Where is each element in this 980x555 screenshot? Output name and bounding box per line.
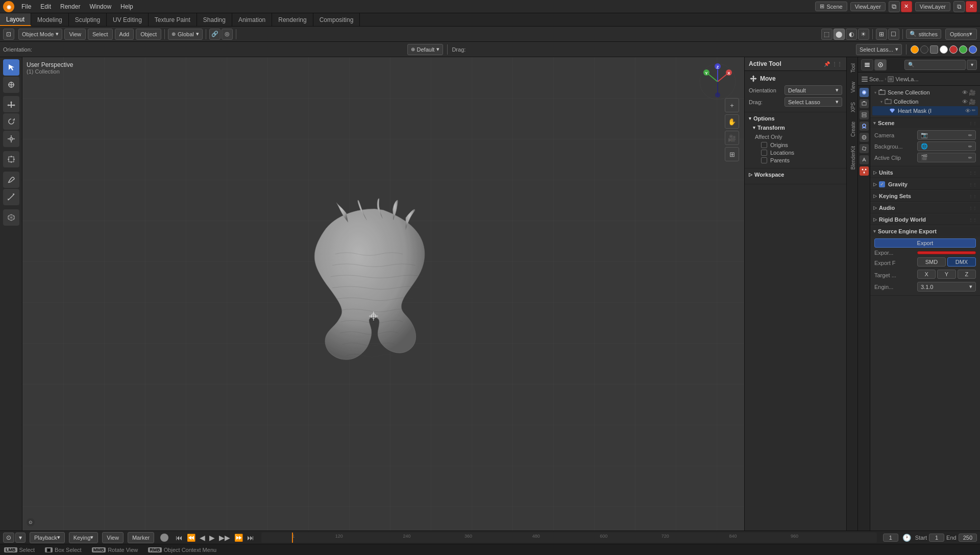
- theme-color-blue[interactable]: [969, 45, 977, 54]
- tab-layout[interactable]: Layout: [0, 13, 31, 26]
- copy-button[interactable]: ⧉: [889, 1, 900, 12]
- breadcrumb-viewlayer[interactable]: ViewLa...: [895, 76, 918, 82]
- app-logo[interactable]: ◉: [3, 1, 14, 12]
- panel-pin-icon[interactable]: 📌: [824, 61, 830, 67]
- orientation-select[interactable]: ⊕ Global ▾: [168, 29, 203, 40]
- add-btn[interactable]: Add: [115, 29, 134, 40]
- timeline-mode-btn[interactable]: ⊙: [3, 533, 14, 543]
- active-tool-header[interactable]: Active Tool 📌 ⋮⋮: [745, 57, 846, 71]
- output-props-icon[interactable]: [860, 99, 869, 108]
- smd-btn[interactable]: SMD: [917, 257, 946, 267]
- z-btn[interactable]: Z: [958, 270, 976, 279]
- collection-arrow[interactable]: ▾: [880, 100, 883, 104]
- tab-uv-editing[interactable]: UV Editing: [107, 13, 149, 26]
- measure-tool-btn[interactable]: [3, 189, 19, 205]
- view-layer-props-icon[interactable]: [860, 110, 869, 119]
- scene-section-header[interactable]: ▾ Scene ⋮⋮: [870, 118, 980, 128]
- y-btn[interactable]: Y: [937, 270, 955, 279]
- close-button[interactable]: ✕: [901, 1, 912, 12]
- eye-icon-heart[interactable]: 👁: [965, 108, 971, 114]
- object-props-icon[interactable]: [860, 144, 869, 153]
- theme-color-black[interactable]: [920, 45, 928, 54]
- tab-rendering[interactable]: Rendering: [272, 13, 313, 26]
- source-engine-header[interactable]: ▾ Source Engine Export: [870, 226, 980, 236]
- theme-color-orange[interactable]: [911, 45, 919, 54]
- rotate-tool-btn[interactable]: [3, 113, 19, 130]
- mode-select[interactable]: Object Mode ▾: [18, 29, 62, 40]
- viewport-gizmo[interactable]: Z X Y: [697, 61, 738, 104]
- end-frame-input[interactable]: 250: [959, 534, 977, 542]
- eye-icon-scene[interactable]: 👁: [962, 89, 968, 96]
- transform-section-title[interactable]: ▾ Transform: [749, 125, 842, 131]
- gravity-checkbox[interactable]: ✓: [879, 181, 885, 187]
- tab-shading[interactable]: Shading: [197, 13, 232, 26]
- cursor-tool-btn[interactable]: [3, 77, 19, 93]
- workspace-section-title[interactable]: ▷ Workspace: [749, 172, 842, 178]
- engine-value[interactable]: 3.1.0 ▾: [917, 282, 976, 292]
- options-btn[interactable]: Options ▾: [945, 29, 977, 40]
- playback-menu[interactable]: Playback ▾: [30, 532, 65, 543]
- prev-frame-btn[interactable]: ◀: [199, 534, 206, 542]
- tab-animation[interactable]: Animation: [232, 13, 272, 26]
- modifier-props-icon[interactable]: [860, 155, 869, 164]
- marker-menu[interactable]: Marker: [128, 532, 154, 543]
- move-tool-btn[interactable]: [3, 96, 19, 112]
- viewport-type-btn[interactable]: ⊡: [3, 29, 14, 40]
- camera-perspective-btn[interactable]: 🎥: [725, 131, 739, 145]
- search-bar[interactable]: 🔍 stitches: [906, 29, 941, 39]
- options-section-title[interactable]: ▾ Options: [749, 115, 842, 122]
- locations-checkbox[interactable]: [761, 150, 767, 156]
- right-filter-btn[interactable]: ▾: [967, 60, 977, 70]
- timeline-expand-btn[interactable]: ▾: [15, 533, 26, 543]
- object-btn[interactable]: Object: [136, 29, 161, 40]
- menu-edit[interactable]: Edit: [36, 2, 55, 11]
- vtab-view[interactable]: View: [848, 78, 857, 97]
- overlay-btn[interactable]: ⊞: [876, 29, 887, 40]
- background-value[interactable]: 🌐 ✏: [917, 141, 976, 151]
- right-copy-button[interactable]: ⧉: [953, 1, 965, 12]
- x-btn[interactable]: X: [917, 270, 936, 279]
- menu-window[interactable]: Window: [85, 2, 115, 11]
- select-btn[interactable]: Select: [88, 29, 113, 40]
- tab-texture-paint[interactable]: Texture Paint: [149, 13, 197, 26]
- play-btn[interactable]: ▶: [208, 534, 216, 542]
- orientation-prop-value[interactable]: Default ▾: [785, 85, 842, 95]
- scene-collection-item[interactable]: ▾ Scene Collection 👁 🎥: [872, 88, 978, 97]
- theme-color-red[interactable]: [949, 45, 958, 54]
- pan-btn[interactable]: ✋: [725, 114, 739, 129]
- orthographic-btn[interactable]: ⊞: [725, 147, 739, 161]
- active-clip-value[interactable]: 🎬 ✏: [917, 153, 976, 162]
- viewport-mode-icon[interactable]: ⊙: [27, 518, 35, 526]
- object-context-status[interactable]: RMB Object Context Menu: [148, 547, 216, 553]
- current-frame-display[interactable]: 1: [883, 534, 898, 542]
- heart-mask-item[interactable]: Heart Mask (I 👁 ✏: [872, 106, 978, 115]
- menu-file[interactable]: File: [17, 2, 35, 11]
- scene-props-icon[interactable]: [860, 122, 869, 131]
- render-props-icon[interactable]: [860, 88, 869, 97]
- record-button[interactable]: [160, 534, 168, 542]
- export-button[interactable]: Export: [874, 238, 976, 248]
- drag-prop-value[interactable]: Select Lasso ▾: [785, 97, 842, 107]
- orientation-value-select[interactable]: ⊕ Default ▾: [407, 44, 444, 55]
- particle-props-icon[interactable]: [860, 166, 869, 176]
- vtab-tool[interactable]: Tool: [848, 59, 857, 77]
- vtab-xps[interactable]: XPS: [848, 98, 857, 116]
- proportional-btn[interactable]: ◎: [222, 29, 233, 40]
- select-status[interactable]: LMB Select: [4, 547, 35, 553]
- view-menu-timeline[interactable]: View: [102, 532, 124, 543]
- select-tool-btn[interactable]: [3, 59, 19, 76]
- camera-value[interactable]: 📷 ✏: [917, 130, 976, 140]
- scene-collection-arrow[interactable]: ▾: [874, 90, 876, 95]
- add-cube-btn[interactable]: [3, 209, 19, 226]
- snap-btn[interactable]: 🔗: [209, 29, 220, 40]
- keying-menu[interactable]: Keying ▾: [69, 532, 99, 543]
- rendered-btn[interactable]: ☀: [858, 29, 869, 40]
- gravity-header[interactable]: ▷ ✓ Gravity ⋮⋮: [870, 179, 980, 189]
- tab-sculpting[interactable]: Sculpting: [69, 13, 107, 26]
- viewport-3d[interactable]: User Perspective (1) Collection: [22, 57, 744, 530]
- drag-value-select[interactable]: Select Lass... ▾: [856, 44, 902, 55]
- tab-compositing[interactable]: Compositing: [313, 13, 360, 26]
- scene-selector[interactable]: ⊞Scene: [815, 2, 847, 11]
- theme-color-white[interactable]: [940, 45, 948, 54]
- right-close-button[interactable]: ✕: [966, 1, 977, 12]
